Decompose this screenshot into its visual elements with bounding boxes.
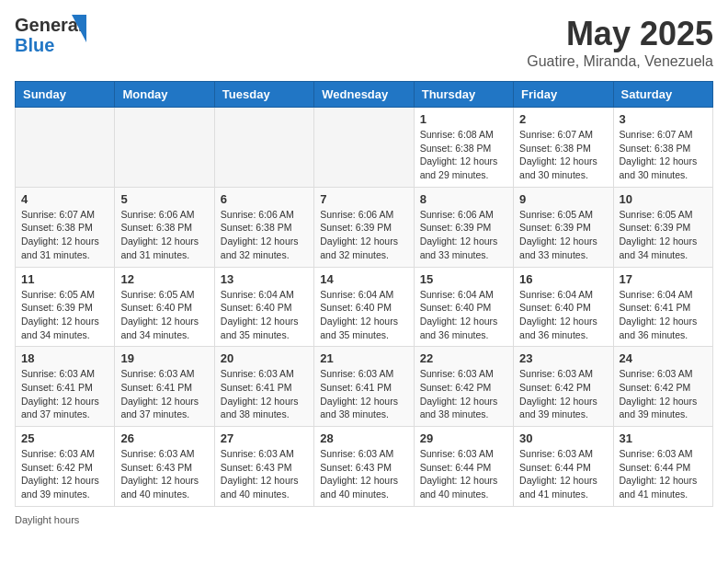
day-info: Sunrise: 6:03 AMSunset: 6:44 PMDaylight:… (620, 447, 707, 501)
day-info: Sunrise: 6:03 AMSunset: 6:42 PMDaylight:… (519, 367, 607, 421)
calendar-day-header-friday: Friday (514, 82, 613, 108)
day-number: 9 (519, 192, 607, 206)
calendar-cell: 19Sunrise: 6:03 AMSunset: 6:41 PMDayligh… (115, 347, 214, 427)
calendar-week-4: 18Sunrise: 6:03 AMSunset: 6:41 PMDayligh… (16, 347, 713, 427)
calendar-header-row: SundayMondayTuesdayWednesdayThursdayFrid… (16, 82, 713, 108)
calendar-day-header-monday: Monday (115, 82, 214, 108)
day-number: 28 (320, 431, 407, 445)
calendar-cell: 12Sunrise: 6:05 AMSunset: 6:40 PMDayligh… (115, 267, 214, 347)
day-info: Sunrise: 6:03 AMSunset: 6:42 PMDaylight:… (420, 367, 507, 421)
day-info: Sunrise: 6:03 AMSunset: 6:44 PMDaylight:… (420, 447, 507, 501)
calendar-cell (314, 108, 414, 188)
day-info: Sunrise: 6:05 AMSunset: 6:40 PMDaylight:… (120, 288, 208, 342)
calendar-day-header-sunday: Sunday (16, 82, 115, 108)
page-subtitle: Guatire, Miranda, Venezuela (527, 53, 713, 70)
day-number: 16 (519, 272, 607, 286)
day-info: Sunrise: 6:03 AMSunset: 6:41 PMDaylight:… (320, 367, 407, 421)
calendar-day-header-saturday: Saturday (613, 82, 712, 108)
day-number: 30 (519, 431, 607, 445)
day-info: Sunrise: 6:03 AMSunset: 6:43 PMDaylight:… (221, 447, 308, 501)
day-info: Sunrise: 6:03 AMSunset: 6:42 PMDaylight:… (620, 367, 707, 421)
calendar-cell: 4Sunrise: 6:07 AMSunset: 6:38 PMDaylight… (16, 187, 115, 267)
calendar-cell: 23Sunrise: 6:03 AMSunset: 6:42 PMDayligh… (514, 347, 613, 427)
day-info: Sunrise: 6:05 AMSunset: 6:39 PMDaylight:… (519, 208, 607, 262)
day-info: Sunrise: 6:06 AMSunset: 6:38 PMDaylight:… (221, 208, 308, 262)
day-number: 14 (320, 272, 407, 286)
day-number: 12 (120, 272, 208, 286)
day-info: Sunrise: 6:06 AMSunset: 6:38 PMDaylight:… (120, 208, 208, 262)
logo-blue: Blue (15, 35, 54, 56)
calendar-cell: 20Sunrise: 6:03 AMSunset: 6:41 PMDayligh… (214, 347, 313, 427)
day-number: 23 (519, 351, 607, 365)
calendar-cell: 5Sunrise: 6:06 AMSunset: 6:38 PMDaylight… (115, 187, 214, 267)
day-info: Sunrise: 6:07 AMSunset: 6:38 PMDaylight:… (620, 128, 707, 182)
calendar-cell (214, 108, 313, 188)
calendar-cell: 27Sunrise: 6:03 AMSunset: 6:43 PMDayligh… (214, 427, 313, 507)
day-info: Sunrise: 6:05 AMSunset: 6:39 PMDaylight:… (21, 288, 108, 342)
day-number: 5 (120, 192, 208, 206)
calendar-cell: 21Sunrise: 6:03 AMSunset: 6:41 PMDayligh… (314, 347, 414, 427)
calendar-day-header-wednesday: Wednesday (314, 82, 414, 108)
calendar-cell: 17Sunrise: 6:04 AMSunset: 6:41 PMDayligh… (613, 267, 712, 347)
day-number: 26 (120, 431, 208, 445)
day-number: 13 (221, 272, 308, 286)
calendar-cell: 7Sunrise: 6:06 AMSunset: 6:39 PMDaylight… (314, 187, 414, 267)
title-block: May 2025 Guatire, Miranda, Venezuela (527, 15, 713, 70)
day-number: 8 (420, 192, 507, 206)
day-number: 4 (21, 192, 108, 206)
day-number: 29 (420, 431, 507, 445)
day-info: Sunrise: 6:03 AMSunset: 6:42 PMDaylight:… (21, 447, 108, 501)
day-info: Sunrise: 6:03 AMSunset: 6:43 PMDaylight:… (120, 447, 208, 501)
day-info: Sunrise: 6:03 AMSunset: 6:41 PMDaylight:… (221, 367, 308, 421)
day-number: 10 (620, 192, 707, 206)
day-number: 25 (21, 431, 108, 445)
day-info: Sunrise: 6:07 AMSunset: 6:38 PMDaylight:… (21, 208, 108, 262)
day-number: 7 (320, 192, 407, 206)
day-info: Sunrise: 6:04 AMSunset: 6:40 PMDaylight:… (221, 288, 308, 342)
calendar-day-header-thursday: Thursday (414, 82, 513, 108)
day-info: Sunrise: 6:03 AMSunset: 6:41 PMDaylight:… (21, 367, 108, 421)
day-number: 24 (620, 351, 707, 365)
day-number: 11 (21, 272, 108, 286)
day-number: 22 (420, 351, 507, 365)
calendar-day-header-tuesday: Tuesday (214, 82, 313, 108)
day-number: 3 (620, 112, 707, 126)
calendar-cell: 14Sunrise: 6:04 AMSunset: 6:40 PMDayligh… (314, 267, 414, 347)
page-header: General Blue May 2025 Guatire, Miranda, … (15, 15, 713, 70)
calendar-cell: 16Sunrise: 6:04 AMSunset: 6:40 PMDayligh… (514, 267, 613, 347)
day-info: Sunrise: 6:05 AMSunset: 6:39 PMDaylight:… (620, 208, 707, 262)
day-number: 15 (420, 272, 507, 286)
day-info: Sunrise: 6:04 AMSunset: 6:40 PMDaylight:… (519, 288, 607, 342)
calendar-cell: 24Sunrise: 6:03 AMSunset: 6:42 PMDayligh… (613, 347, 712, 427)
day-number: 6 (221, 192, 308, 206)
day-info: Sunrise: 6:06 AMSunset: 6:39 PMDaylight:… (420, 208, 507, 262)
day-number: 21 (320, 351, 407, 365)
day-info: Sunrise: 6:08 AMSunset: 6:38 PMDaylight:… (420, 128, 507, 182)
day-info: Sunrise: 6:04 AMSunset: 6:40 PMDaylight:… (420, 288, 507, 342)
calendar-cell (115, 108, 214, 188)
day-number: 27 (221, 431, 308, 445)
day-info: Sunrise: 6:03 AMSunset: 6:44 PMDaylight:… (519, 447, 607, 501)
calendar-cell: 6Sunrise: 6:06 AMSunset: 6:38 PMDaylight… (214, 187, 313, 267)
calendar-cell: 18Sunrise: 6:03 AMSunset: 6:41 PMDayligh… (16, 347, 115, 427)
svg-marker-0 (72, 15, 86, 42)
calendar-cell: 15Sunrise: 6:04 AMSunset: 6:40 PMDayligh… (414, 267, 513, 347)
calendar-cell: 9Sunrise: 6:05 AMSunset: 6:39 PMDaylight… (514, 187, 613, 267)
calendar-cell: 1Sunrise: 6:08 AMSunset: 6:38 PMDaylight… (414, 108, 513, 188)
calendar-cell: 22Sunrise: 6:03 AMSunset: 6:42 PMDayligh… (414, 347, 513, 427)
logo-triangle (72, 15, 86, 42)
day-info: Sunrise: 6:04 AMSunset: 6:41 PMDaylight:… (620, 288, 707, 342)
calendar-cell: 11Sunrise: 6:05 AMSunset: 6:39 PMDayligh… (16, 267, 115, 347)
calendar-week-1: 1Sunrise: 6:08 AMSunset: 6:38 PMDaylight… (16, 108, 713, 188)
calendar-cell: 28Sunrise: 6:03 AMSunset: 6:43 PMDayligh… (314, 427, 414, 507)
day-number: 1 (420, 112, 507, 126)
page-title: May 2025 (527, 15, 713, 53)
day-number: 18 (21, 351, 108, 365)
day-number: 20 (221, 351, 308, 365)
day-number: 19 (120, 351, 208, 365)
calendar-cell: 2Sunrise: 6:07 AMSunset: 6:38 PMDaylight… (514, 108, 613, 188)
day-info: Sunrise: 6:06 AMSunset: 6:39 PMDaylight:… (320, 208, 407, 262)
calendar-cell: 10Sunrise: 6:05 AMSunset: 6:39 PMDayligh… (613, 187, 712, 267)
calendar-cell: 30Sunrise: 6:03 AMSunset: 6:44 PMDayligh… (514, 427, 613, 507)
calendar-cell: 3Sunrise: 6:07 AMSunset: 6:38 PMDaylight… (613, 108, 712, 188)
